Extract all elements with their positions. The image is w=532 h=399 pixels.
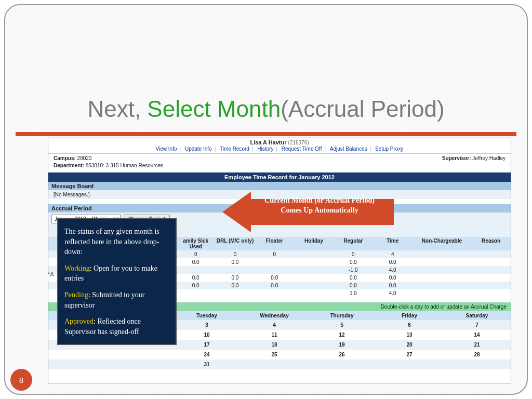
- campus-label: Campus:: [54, 155, 76, 161]
- status-working-label: Working: [64, 264, 90, 272]
- slide-frame: Next, Select Month(Accrual Period) Lisa …: [4, 4, 528, 395]
- col-time: Time: [373, 237, 413, 250]
- nav-setup-proxy[interactable]: Setup Proxy: [373, 146, 405, 152]
- day-thursday: Thursday: [308, 311, 376, 320]
- status-approved-label: Approved: [64, 317, 94, 325]
- title-suffix: (Accrual Period): [281, 96, 444, 122]
- user-id: (216376): [288, 140, 309, 145]
- nav-view-info[interactable]: View Info: [154, 146, 179, 152]
- col-reason: Reason: [471, 237, 511, 250]
- col-drl: DRL (M/C only): [216, 237, 255, 250]
- status-legend-box: The status of any given month is reflect…: [57, 218, 177, 345]
- supervisor-value: Jeffrey Hadley: [472, 155, 506, 161]
- user-name-row: Lisa A Havtur (216376): [48, 138, 511, 145]
- nav-request-time-off[interactable]: Request Time Off: [280, 146, 324, 152]
- page-number-badge: 8: [10, 369, 32, 391]
- status-intro: The status of any given month is reflect…: [64, 227, 169, 257]
- record-title-bar: Employee Time Record for January 2012: [48, 172, 511, 182]
- user-name: Lisa A Havtur: [250, 139, 286, 145]
- message-board-header: Message Board: [48, 182, 511, 190]
- title-highlight: Select Month: [147, 96, 281, 122]
- slide-title: Next, Select Month(Accrual Period): [5, 96, 527, 122]
- title-prefix: Next,: [87, 96, 147, 122]
- col-holiday: Holiday: [294, 237, 334, 250]
- col-family-sick: amily Sick Used: [176, 237, 216, 250]
- divider-bar: [16, 132, 516, 136]
- day-wednesday: Wednesday: [241, 311, 308, 320]
- status-pending-label: Pending: [64, 291, 88, 299]
- info-row: Campus: 28020 Department: 853010: 3 315 …: [48, 153, 511, 170]
- day-saturday: Saturday: [443, 311, 511, 320]
- dept-label: Department:: [54, 163, 84, 168]
- calendar-row: 2425262728: [48, 350, 511, 360]
- nav-time-record[interactable]: Time Record: [218, 146, 251, 152]
- arrow-text: Current Month (or Accrual Period) Comes …: [254, 196, 385, 216]
- col-regular: Regular: [334, 237, 373, 250]
- day-friday: Friday: [376, 311, 443, 320]
- calendar-row: 31: [48, 360, 511, 369]
- campus-value: 28020: [77, 155, 92, 161]
- nav-history[interactable]: History: [255, 146, 275, 152]
- footnote-marker: *A: [48, 271, 54, 277]
- col-nonchargeable: Non-Chargeable: [413, 237, 472, 250]
- nav-links: View Info| Update Info| Time Record| His…: [48, 145, 511, 153]
- supervisor-label: Supervisor:: [442, 155, 471, 161]
- nav-update-info[interactable]: Update Info: [183, 146, 214, 152]
- col-floater: Floater: [255, 237, 294, 250]
- dept-value: 853010: 3 315 Human Resources: [86, 163, 164, 168]
- nav-adjust-balances[interactable]: Adjust Balances: [328, 146, 369, 152]
- arrow-callout: Current Month (or Accrual Period) Comes …: [222, 192, 394, 232]
- day-tuesday: Tuesday: [173, 311, 241, 320]
